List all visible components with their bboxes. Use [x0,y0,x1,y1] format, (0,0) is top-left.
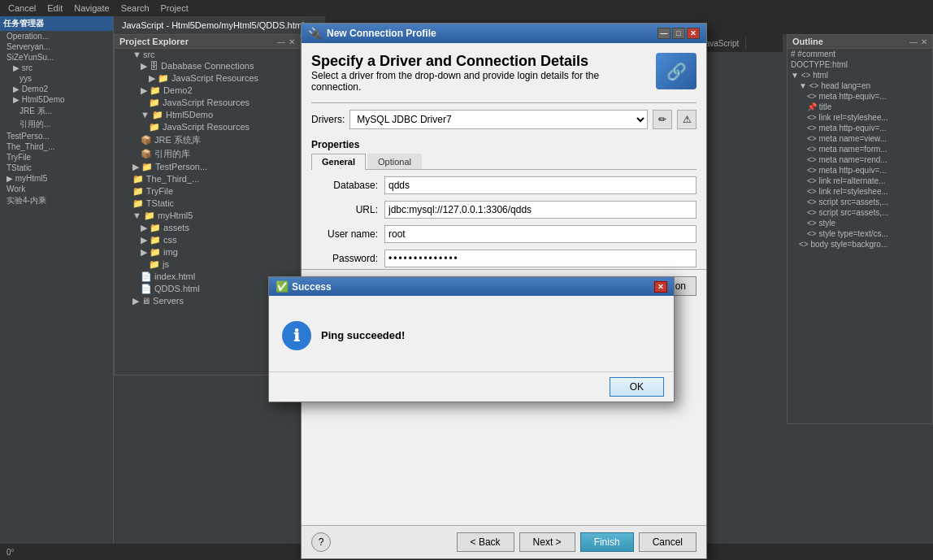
outline-style2[interactable]: <> style type=text/cs... [788,228,932,239]
tree-item-demo2[interactable]: ▶ 📁 Demo2 [115,85,300,97]
cancel-button[interactable]: Cancel [639,532,696,552]
tree-item-css[interactable]: ▶ 📁 css [115,234,300,246]
success-title-icon: ✅ [276,280,289,293]
sidebar-item-thethird[interactable]: The_Third_... [0,141,113,152]
menu-file[interactable]: Cancel [3,3,41,13]
outline-script2[interactable]: <> script src=assets,... [788,207,932,218]
menu-project[interactable]: Project [156,3,193,13]
outline-meta5[interactable]: <> meta name=rend... [788,154,932,165]
sidebar-item-tryfile[interactable]: TryFile [0,152,113,163]
tree-item-img[interactable]: ▶ 📁 img [115,246,300,258]
outline-head[interactable]: ▼ <> head lang=en [788,80,932,91]
ok-button[interactable]: OK [610,377,664,397]
sidebar-item-html5demo[interactable]: ▶ Html5Demo [0,94,113,105]
sidebar-item-operation[interactable]: Operation... [0,31,113,41]
database-label: Database: [311,180,384,191]
tree-item-js-resources2[interactable]: 📁 JavaScript Resources [115,97,300,109]
tree-item-src[interactable]: ▼ src [115,49,300,60]
url-row: URL: [311,201,696,219]
tree-item-myhtml5[interactable]: ▼ 📁 myHtml5 [115,210,300,222]
sidebar-item-yys[interactable]: yys [0,73,113,84]
outline-style1[interactable]: <> style [788,218,932,228]
sidebar-item-ref[interactable]: 引用的... [0,118,113,131]
sidebar-item-testperson[interactable]: TestPerso... [0,131,113,141]
panel-minimize-btn[interactable]: — [277,37,285,46]
tree-item-tstatic[interactable]: 📁 TStatic [115,198,300,210]
menu-search[interactable]: Search [116,3,154,13]
outline-link2[interactable]: <> link rel=alternate... [788,176,932,186]
sidebar-item-jre[interactable]: JRE 系... [0,105,113,118]
outline-doctype[interactable]: DOCTYPE:html [788,59,932,70]
success-dialog: ✅ Success ✕ ℹ Ping succeeded! OK [268,276,675,402]
next-button[interactable]: Next > [519,532,575,552]
dialog-minimize-btn[interactable]: — [657,28,670,39]
sidebar-item-sizeyun[interactable]: SiZeYunSu... [0,52,113,63]
help-button[interactable]: ? [311,532,331,552]
outline-meta4[interactable]: <> meta name=form... [788,144,932,154]
outline-close[interactable]: ✕ [921,37,927,46]
tree-item-testperson[interactable]: ▶ 📁 TestPerson... [115,161,300,173]
back-button[interactable]: < Back [457,532,514,552]
tree-item-tryfile[interactable]: 📁 TryFile [115,185,300,198]
outline-script1[interactable]: <> script src=assets,... [788,197,932,207]
tree-item-jre[interactable]: 📦 JRE 系统库 [115,133,300,147]
outline-meta6[interactable]: <> meta http-equiv=... [788,165,932,176]
panel-close-btn[interactable]: ✕ [289,37,295,46]
project-explorer-header: Project Explorer — ✕ [115,35,300,49]
outline-link3[interactable]: <> link rel=styleshee... [788,186,932,197]
success-message: Ping succeeded! [321,329,405,341]
outline-meta3[interactable]: <> meta name=view... [788,133,932,144]
tree-item-js-resources1[interactable]: ▶ 📁 JavaScript Resources [115,72,300,85]
dialog-titlebar: 🔌 New Connection Profile — □ ✕ [302,24,706,43]
statusbar-text: 0° [7,548,15,557]
active-tab[interactable]: JavaScript - Html5Demo/myHtml5/QDDS.html… [114,16,326,34]
tab-general[interactable]: General [311,154,366,170]
drivers-select[interactable]: MySQL JDBC Driver7 [349,110,648,129]
tree-item-thethird[interactable]: 📁 The_Third_... [115,173,300,185]
dialog-main-desc: Select a driver from the drop-down and p… [311,70,648,93]
outline-body[interactable]: <> body style=backgro... [788,239,932,250]
outline-meta1[interactable]: <> meta http-equiv=... [788,91,932,102]
tree-item-js-resources3[interactable]: 📁 JavaScript Resources [115,121,300,133]
finish-button[interactable]: Finish [580,532,634,552]
left-sidebar: 任务管理器 Operation... Serveryan... SiZeYunS… [0,16,114,560]
tree-item-html5demo[interactable]: ▼ 📁 Html5Demo [115,109,300,121]
sidebar-item-work[interactable]: Work [0,184,113,194]
password-input[interactable] [384,250,696,267]
menu-navigate[interactable]: Navigate [69,3,114,13]
outline-html[interactable]: ▼ <> html [788,70,932,80]
dialog-header-image: 🔗 [656,53,696,89]
database-row: Database: [311,176,696,194]
tree-item-ref-lib[interactable]: 📦 引用的库 [115,147,300,161]
sidebar-item-tstatic[interactable]: TStatic [0,163,113,173]
sidebar-item-demo2[interactable]: ▶ Demo2 [0,84,113,94]
outline-title: Outline [792,37,906,46]
outline-comment[interactable]: # #comment [788,49,932,59]
header-divider [311,102,696,103]
success-close-btn[interactable]: ✕ [654,281,667,293]
dialog-icon: 🔌 [308,27,322,40]
tab-optional[interactable]: Optional [367,154,422,169]
tree-item-db-conn[interactable]: ▶ 🗄 Dababase Connections [115,60,300,72]
drivers-edit-btn[interactable]: ✏ [653,110,672,129]
sidebar-item-exp4[interactable]: 实验4-内乘 [0,194,113,207]
sidebar-header: 任务管理器 [0,16,113,31]
menu-edit[interactable]: Edit [42,3,67,13]
url-input[interactable] [384,201,696,219]
dialog-maximize-btn[interactable]: □ [672,28,685,39]
username-input[interactable] [384,225,696,243]
drivers-warn-btn[interactable]: ⚠ [677,110,696,129]
database-input[interactable] [384,176,696,194]
tree-item-assets[interactable]: ▶ 📁 assets [115,222,300,234]
footer-left: ? [311,532,331,552]
outline-title[interactable]: 📌 title [788,102,932,112]
success-footer: OK [269,371,674,402]
outline-link1[interactable]: <> link rel=styleshee... [788,112,932,123]
tree-item-js[interactable]: 📁 js [115,258,300,271]
outline-minimize[interactable]: — [909,37,918,46]
sidebar-item-myhtml5[interactable]: ▶ myHtml5 [0,173,113,184]
sidebar-item-serveryan[interactable]: Serveryan... [0,41,113,52]
sidebar-item-src[interactable]: ▶ src [0,63,113,73]
dialog-close-btn[interactable]: ✕ [687,28,700,39]
outline-meta2[interactable]: <> meta http-equiv=... [788,123,932,133]
